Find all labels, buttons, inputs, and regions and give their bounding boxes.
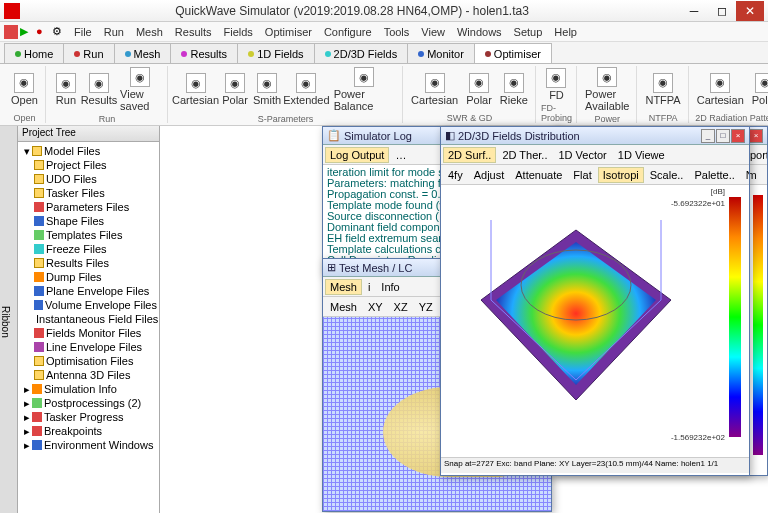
tree-item[interactable]: Freeze Files xyxy=(20,242,157,256)
menu-help[interactable]: Help xyxy=(548,24,583,40)
ribbon-btn-extended[interactable]: ◉Extended xyxy=(284,72,329,107)
tree-item[interactable]: ▸Breakpoints xyxy=(20,424,157,438)
ribbon-btn-polar[interactable]: ◉Polar xyxy=(220,72,250,107)
radpat-tool-updown[interactable]: Up/Down xyxy=(763,167,767,183)
ribbon-tabstrip: HomeRunMeshResults1D Fields2D/3D FieldsM… xyxy=(0,42,768,64)
tree-item[interactable]: ▸Postprocessings (2) xyxy=(20,396,157,410)
fields-tool-isotropi[interactable]: Isotropi xyxy=(598,167,644,183)
menu-mesh[interactable]: Mesh xyxy=(130,24,169,40)
tree-item[interactable]: Fields Monitor Files xyxy=(20,326,157,340)
mesh-tab-info[interactable]: Info xyxy=(376,279,404,295)
menu-setup[interactable]: Setup xyxy=(508,24,549,40)
fields-tool-adjust[interactable]: Adjust xyxy=(469,167,510,183)
play-icon[interactable]: ▶ xyxy=(20,25,34,39)
ribbon-btn-results[interactable]: ◉Results xyxy=(83,72,115,107)
min-icon[interactable]: _ xyxy=(701,129,715,143)
ribbon-tab-monitor[interactable]: Monitor xyxy=(407,43,475,63)
ribbon-btn-run[interactable]: ◉Run xyxy=(51,72,81,107)
fields-tool-next[interactable]: Next xyxy=(741,167,749,183)
mesh-btn-xy[interactable]: XY xyxy=(363,299,388,315)
menu-tools[interactable]: Tools xyxy=(378,24,416,40)
fields-tool-palette[interactable]: Palette.. xyxy=(689,167,739,183)
fields-tool-4fy[interactable]: 4fy xyxy=(443,167,468,183)
ribbon-btn-poweravailable[interactable]: ◉Power Available xyxy=(582,66,632,113)
fields-tool-scale[interactable]: Scale.. xyxy=(645,167,689,183)
tree-item[interactable]: Results Files xyxy=(20,256,157,270)
colorbar xyxy=(753,195,763,455)
fields-tool-attenuate[interactable]: Attenuate xyxy=(510,167,567,183)
fields-tab-1dviewe[interactable]: 1D Viewe xyxy=(613,147,670,163)
mesh-btn-xz[interactable]: XZ xyxy=(389,299,413,315)
tree-item[interactable]: Plane Envelope Files xyxy=(20,284,157,298)
ribbon-btn-ntfpa[interactable]: ◉NTFPA xyxy=(642,72,683,107)
menu-fields[interactable]: Fields xyxy=(218,24,259,40)
mdi-canvas: 📋 Simulator Log _ □ × Log Output … itera… xyxy=(160,126,768,513)
mesh-btn-mesh[interactable]: Mesh xyxy=(325,299,362,315)
tree-item[interactable]: Tasker Files xyxy=(20,186,157,200)
fields-tab-2dther[interactable]: 2D Ther.. xyxy=(497,147,552,163)
ribbon-btn-powerbalance[interactable]: ◉Power Balance xyxy=(331,66,398,113)
ribbon-btn-polar[interactable]: ◉Polar xyxy=(749,72,768,107)
close-button[interactable]: ✕ xyxy=(736,1,764,21)
ribbon-btn-fd[interactable]: ◉FD xyxy=(541,67,571,102)
ribbon-tab-home[interactable]: Home xyxy=(4,43,64,63)
tree-item[interactable]: Shape Files xyxy=(20,214,157,228)
fields3d-title: 2D/3D Fields Distribution xyxy=(458,130,580,142)
tree-item[interactable]: Templates Files xyxy=(20,228,157,242)
tree-item[interactable]: Dump Files xyxy=(20,270,157,284)
ribbon-btn-cartesian[interactable]: ◉Cartesian xyxy=(173,72,218,107)
ribbon-tab-results[interactable]: Results xyxy=(170,43,238,63)
tab-log-more[interactable]: … xyxy=(390,147,411,163)
tab-log-output[interactable]: Log Output xyxy=(325,147,389,163)
menu-file[interactable]: File xyxy=(68,24,98,40)
fields-tab-2dsurf[interactable]: 2D Surf.. xyxy=(443,147,496,163)
max-icon[interactable]: □ xyxy=(716,129,730,143)
tree-item[interactable]: UDO Files xyxy=(20,172,157,186)
menu-run[interactable]: Run xyxy=(98,24,130,40)
maximize-button[interactable]: ◻ xyxy=(708,1,736,21)
menu-windows[interactable]: Windows xyxy=(451,24,508,40)
tree-item[interactable]: ▸Tasker Progress xyxy=(20,410,157,424)
ribbon-btn-polar[interactable]: ◉Polar xyxy=(463,72,495,107)
ribbon-btn-rieke[interactable]: ◉Rieke xyxy=(497,72,531,107)
ribbon-btn-smith[interactable]: ◉Smith xyxy=(252,72,282,107)
ribbon-btn-cartesian[interactable]: ◉Cartesian xyxy=(694,72,747,107)
tree-item[interactable]: Instantaneous Field Files xyxy=(20,312,157,326)
menu-optimiser[interactable]: Optimiser xyxy=(259,24,318,40)
fields-2d3d-window: ◧ 2D/3D Fields Distribution _ □ × 2D Sur… xyxy=(440,126,750,476)
record-icon[interactable]: ● xyxy=(36,25,50,39)
menu-results[interactable]: Results xyxy=(169,24,218,40)
ribbon-btn-open[interactable]: ◉Open xyxy=(8,72,41,107)
ribbon-tab-run[interactable]: Run xyxy=(63,43,114,63)
ribbon-collapse-tab[interactable]: Ribbon xyxy=(0,126,18,513)
ribbon-tab-1dfields[interactable]: 1D Fields xyxy=(237,43,314,63)
ribbon-btn-cartesian[interactable]: ◉Cartesian xyxy=(408,72,461,107)
tree-item[interactable]: Project Files xyxy=(20,158,157,172)
tree-item[interactable]: Antenna 3D Files xyxy=(20,368,157,382)
close-icon[interactable]: × xyxy=(749,129,763,143)
tree-item[interactable]: Parameters Files xyxy=(20,200,157,214)
ribbon-tab-mesh[interactable]: Mesh xyxy=(114,43,172,63)
fields-3d-view[interactable]: [dB] -5.692322e+01 -1.569232e+02 xyxy=(441,185,749,457)
tree-root[interactable]: ▾Model Files xyxy=(20,144,157,158)
tree-item[interactable]: ▸Simulation Info xyxy=(20,382,157,396)
tree-item[interactable]: Line Envelope Files xyxy=(20,340,157,354)
gear-icon[interactable]: ⚙ xyxy=(52,25,66,39)
ribbon-tab-2d3dfields[interactable]: 2D/3D Fields xyxy=(314,43,409,63)
ribbon-btn-viewsaved[interactable]: ◉View saved xyxy=(117,66,163,113)
menu-configure[interactable]: Configure xyxy=(318,24,378,40)
mesh-tab-i[interactable]: i xyxy=(363,279,375,295)
tree-item[interactable]: Volume Envelope Files xyxy=(20,298,157,312)
mesh-btn-yz[interactable]: YZ xyxy=(414,299,438,315)
fields-tab-1dvector[interactable]: 1D Vector xyxy=(553,147,611,163)
fields-tool-flat[interactable]: Flat xyxy=(568,167,596,183)
tree-item[interactable]: Optimisation Files xyxy=(20,354,157,368)
minimize-button[interactable]: ─ xyxy=(680,1,708,21)
tree-item[interactable]: ▸Environment Windows xyxy=(20,438,157,452)
svg-marker-1 xyxy=(496,242,656,385)
close-icon[interactable]: × xyxy=(731,129,745,143)
ribbon: ◉OpenOpen◉Run◉Results◉View savedRun◉Cart… xyxy=(0,64,768,126)
ribbon-tab-optimiser[interactable]: Optimiser xyxy=(474,43,552,63)
menu-view[interactable]: View xyxy=(415,24,451,40)
mesh-tab-mesh[interactable]: Mesh xyxy=(325,279,362,295)
